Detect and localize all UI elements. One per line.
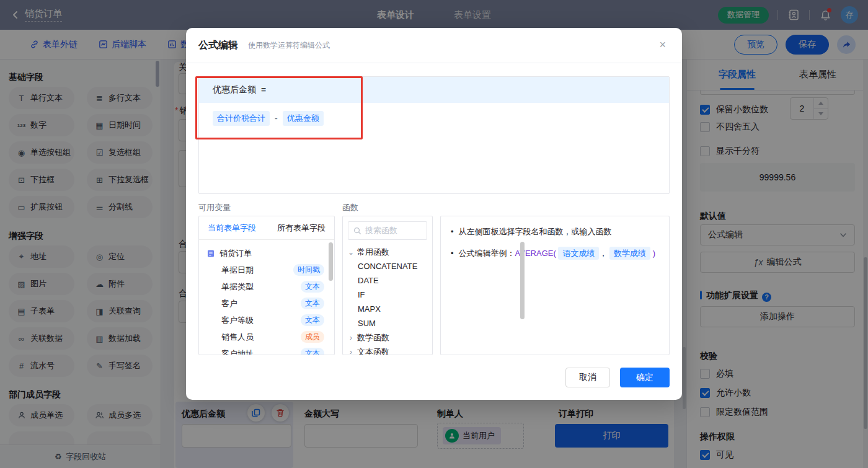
cancel-button[interactable]: 取消: [565, 368, 610, 387]
confirm-button[interactable]: 确定: [620, 368, 670, 387]
function-item[interactable]: CONCATENATE: [343, 259, 432, 273]
formula-operand-2[interactable]: 优惠金额: [283, 111, 324, 126]
bullet-icon: •: [451, 247, 454, 260]
example-close-paren: ): [653, 249, 655, 258]
tab-current-form-fields[interactable]: 当前表单字段: [208, 223, 256, 234]
modal-subtitle: 使用数学运算符编辑公式: [248, 40, 330, 51]
variable-row[interactable]: 客户等级文本: [199, 312, 334, 329]
function-item[interactable]: DATE: [343, 273, 432, 288]
variables-label: 可用变量: [198, 202, 231, 213]
type-tag: 文本: [301, 281, 324, 293]
formula-target: 优惠后金额: [213, 84, 256, 95]
function-group-math[interactable]: ›数学函数: [343, 330, 432, 345]
equals-sign: =: [261, 85, 266, 95]
variables-scrollbar[interactable]: [329, 242, 333, 281]
functions-label: 函数: [342, 202, 358, 213]
close-icon[interactable]: ×: [659, 39, 666, 50]
function-item[interactable]: SUM: [343, 316, 432, 330]
search-placeholder: 搜索函数: [365, 225, 397, 236]
formula-expression: 合计价税合计 - 优惠金额: [199, 103, 669, 134]
variable-row[interactable]: 客户文本: [199, 295, 334, 312]
variable-row[interactable]: 客户地址文本: [199, 345, 334, 355]
formula-edit-modal: 公式编辑 使用数学运算符编辑公式 × 优惠后金额 = 合计价税合计 - 优惠金额…: [186, 28, 682, 400]
type-tag: 文本: [301, 314, 324, 326]
formula-target-row: 优惠后金额 =: [199, 77, 669, 103]
help-tip-1: • 从左侧面板选择字段名和函数，或输入函数: [451, 226, 659, 238]
functions-scrollbar[interactable]: [520, 242, 525, 319]
variables-tabs: 当前表单字段 所有表单字段: [199, 216, 334, 240]
search-icon: [353, 227, 361, 235]
example-arg-2: 数学成绩: [609, 247, 650, 260]
tab-all-form-fields[interactable]: 所有表单字段: [277, 223, 326, 234]
function-group-text[interactable]: ›文本函数: [343, 345, 432, 355]
formula-operand-1[interactable]: 合计价税合计: [213, 111, 270, 126]
variables-tree: 销货订单 单据日期时间戳 单据类型文本 客户文本 客户等级文本 销售人员成员 客…: [199, 240, 334, 355]
modal-footer: 取消 确定: [565, 368, 670, 387]
variable-row[interactable]: 单据类型文本: [199, 278, 334, 295]
bullet-icon: •: [451, 226, 454, 238]
function-item[interactable]: MAPX: [343, 302, 432, 316]
function-search-input[interactable]: 搜索函数: [348, 221, 427, 240]
type-tag: 成员: [301, 331, 324, 343]
variables-panel: 当前表单字段 所有表单字段 销货订单 单据日期时间戳 单据类型文本 客户文本 客…: [198, 216, 335, 355]
chevron-right-icon: ›: [348, 348, 354, 356]
type-tag: 时间戳: [293, 264, 324, 276]
function-group-common[interactable]: ⌄常用函数: [343, 245, 432, 259]
modal-title: 公式编辑: [198, 39, 238, 52]
formula-editor[interactable]: 优惠后金额 = 合计价税合计 - 优惠金额: [198, 76, 670, 194]
modal-header: 公式编辑 使用数学运算符编辑公式 ×: [186, 28, 682, 63]
functions-panel: 搜索函数 ⌄常用函数 CONCATENATE DATE IF MAPX SUM …: [342, 216, 433, 355]
type-tag: 文本: [301, 298, 324, 309]
document-icon: [206, 249, 215, 258]
variable-row[interactable]: 销售人员成员: [199, 329, 334, 345]
tree-root-form[interactable]: 销货订单: [199, 245, 334, 262]
example-arg-1: 语文成绩: [558, 247, 599, 260]
help-tip-2: • 公式编辑举例：AVERAGE( 语文成绩， 数学成绩 ): [451, 247, 659, 260]
formula-help-panel: • 从左侧面板选择字段名和函数，或输入函数 • 公式编辑举例：AVERAGE( …: [440, 216, 670, 355]
minus-operator: -: [275, 113, 278, 123]
chevron-right-icon: ›: [348, 333, 354, 342]
function-item[interactable]: IF: [343, 288, 432, 302]
type-tag: 文本: [301, 348, 324, 355]
chevron-down-icon: ⌄: [348, 248, 354, 257]
app-window: 销货订单 表单设计 表单设置 数据管理 存 表单外链 后端脚本: [0, 0, 868, 468]
variable-row[interactable]: 单据日期时间戳: [199, 262, 334, 278]
